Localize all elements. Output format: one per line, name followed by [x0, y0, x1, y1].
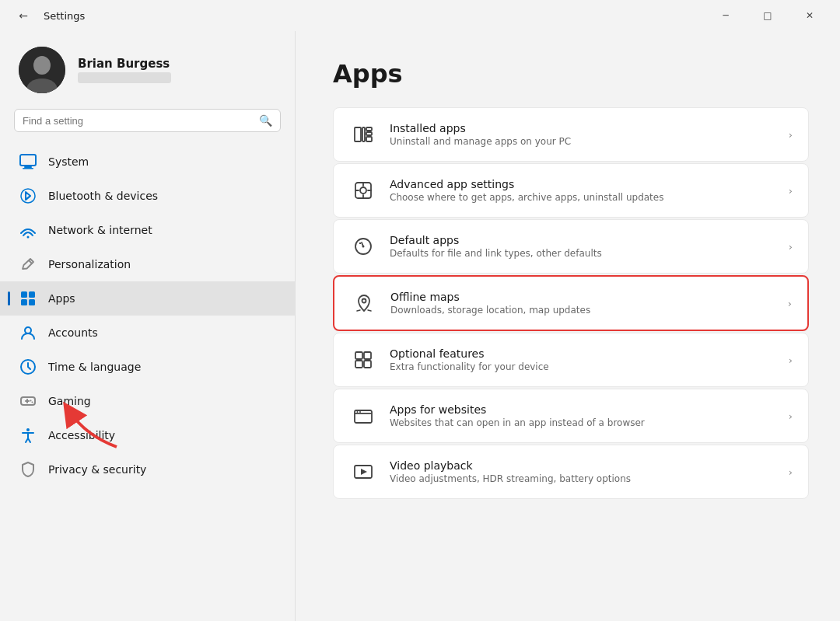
sidebar-item-label-network: Network & internet — [48, 224, 152, 236]
sidebar-item-privacy[interactable]: Privacy & security — [0, 452, 295, 487]
sidebar-item-label-accessibility: Accessibility — [48, 429, 115, 441]
maximize-button[interactable]: □ — [750, 3, 786, 28]
search-input[interactable] — [23, 115, 253, 127]
sidebar-item-label-accounts: Accounts — [48, 326, 98, 339]
chevron-right-icon-video-playback: › — [789, 466, 793, 478]
optional-features-icon — [349, 346, 377, 374]
sidebar-item-accessibility[interactable]: Accessibility — [0, 418, 295, 452]
settings-item-offline-maps[interactable]: Offline mapsDownloads, storage location,… — [333, 275, 809, 331]
sidebar-item-label-gaming: Gaming — [48, 395, 91, 407]
svg-rect-20 — [366, 127, 372, 131]
svg-rect-3 — [20, 155, 36, 166]
svg-point-12 — [25, 327, 31, 333]
svg-point-26 — [362, 246, 365, 248]
svg-rect-22 — [366, 137, 372, 141]
sidebar-item-network[interactable]: Network & internet — [0, 213, 295, 247]
profile-name: Brian Burgess — [78, 57, 171, 71]
network-nav-icon — [19, 221, 37, 239]
app-body: Brian Burgess 🔍 SystemBluetooth & device… — [0, 31, 840, 621]
sidebar-item-system[interactable]: System — [0, 145, 295, 179]
personalization-nav-icon — [19, 255, 37, 274]
svg-point-27 — [362, 299, 366, 303]
profile-info: Brian Burgess — [78, 57, 171, 83]
sidebar-item-label-apps: Apps — [48, 292, 75, 305]
settings-item-title-offline-maps: Offline maps — [390, 291, 779, 303]
settings-item-title-optional-features: Optional features — [390, 347, 779, 360]
svg-rect-8 — [21, 291, 27, 298]
svg-point-33 — [357, 411, 359, 413]
svg-rect-30 — [355, 361, 362, 368]
sidebar-item-personalization[interactable]: Personalization — [0, 247, 295, 281]
svg-point-34 — [359, 411, 361, 413]
sidebar-item-label-bluetooth: Bluetooth & devices — [48, 190, 158, 202]
svg-rect-9 — [29, 291, 35, 298]
svg-rect-5 — [23, 168, 33, 169]
accounts-nav-icon — [19, 323, 37, 342]
svg-rect-31 — [364, 361, 371, 368]
installed-apps-icon — [349, 120, 377, 148]
search-icon: 🔍 — [259, 114, 272, 127]
search-box[interactable]: 🔍 — [14, 109, 281, 132]
settings-item-title-video-playback: Video playback — [390, 459, 779, 472]
settings-item-text-offline-maps: Offline mapsDownloads, storage location,… — [390, 291, 779, 316]
video-playback-icon — [349, 458, 377, 486]
settings-item-title-default-apps: Default apps — [390, 234, 779, 246]
settings-item-advanced-app-settings[interactable]: Advanced app settingsChoose where to get… — [333, 163, 809, 218]
minimize-button[interactable]: ─ — [708, 3, 744, 28]
window-controls: ─ □ ✕ — [708, 3, 828, 28]
settings-item-desc-optional-features: Extra functionality for your device — [390, 361, 779, 372]
sidebar: Brian Burgess 🔍 SystemBluetooth & device… — [0, 31, 296, 621]
chevron-right-icon-apps-for-websites: › — [789, 410, 793, 422]
avatar — [19, 47, 65, 93]
svg-rect-11 — [29, 299, 35, 305]
advanced-settings-icon — [349, 176, 377, 204]
settings-item-apps-for-websites[interactable]: Apps for websitesWebsites that can open … — [333, 389, 809, 443]
settings-item-optional-features[interactable]: Optional featuresExtra functionality for… — [333, 333, 809, 387]
chevron-right-icon-advanced-app-settings: › — [789, 185, 793, 197]
settings-item-text-apps-for-websites: Apps for websitesWebsites that can open … — [390, 403, 779, 428]
time-nav-icon — [19, 358, 37, 376]
page-title: Apps — [333, 59, 809, 89]
sidebar-item-label-system: System — [48, 155, 89, 168]
accessibility-nav-icon — [19, 426, 37, 445]
back-button[interactable]: ← — [12, 5, 34, 26]
system-nav-icon — [19, 152, 37, 171]
gaming-nav-icon — [19, 392, 37, 410]
bluetooth-nav-icon — [19, 187, 37, 205]
settings-item-text-optional-features: Optional featuresExtra functionality for… — [390, 347, 779, 372]
settings-item-title-installed-apps: Installed apps — [390, 122, 779, 134]
chevron-right-icon-offline-maps: › — [788, 298, 792, 309]
svg-rect-28 — [355, 352, 362, 359]
sidebar-item-time[interactable]: Time & language — [0, 350, 295, 384]
svg-rect-21 — [366, 132, 372, 135]
settings-item-installed-apps[interactable]: Installed appsUninstall and manage apps … — [333, 107, 809, 162]
sidebar-item-apps[interactable]: Apps — [0, 281, 295, 316]
main-content: Apps Installed appsUninstall and manage … — [296, 31, 840, 621]
sidebar-item-label-personalization: Personalization — [48, 258, 131, 270]
sidebar-item-bluetooth[interactable]: Bluetooth & devices — [0, 179, 295, 213]
settings-item-text-installed-apps: Installed appsUninstall and manage apps … — [390, 122, 779, 147]
settings-item-desc-installed-apps: Uninstall and manage apps on your PC — [390, 136, 779, 147]
svg-rect-4 — [24, 166, 32, 168]
sidebar-item-gaming[interactable]: Gaming — [0, 384, 295, 418]
settings-item-video-playback[interactable]: Video playbackVideo adjustments, HDR str… — [333, 445, 809, 499]
settings-list: Installed appsUninstall and manage apps … — [333, 107, 809, 499]
profile-email — [78, 72, 171, 83]
svg-point-7 — [27, 236, 30, 239]
settings-item-desc-video-playback: Video adjustments, HDR streaming, batter… — [390, 473, 779, 484]
sidebar-item-accounts[interactable]: Accounts — [0, 316, 295, 350]
close-button[interactable]: ✕ — [792, 3, 828, 28]
apps-websites-icon — [349, 402, 377, 430]
settings-item-default-apps[interactable]: Default appsDefaults for file and link t… — [333, 219, 809, 274]
settings-item-desc-offline-maps: Downloads, storage location, map updates — [390, 305, 779, 316]
nav-list: SystemBluetooth & devicesNetwork & inter… — [0, 145, 295, 621]
settings-item-text-advanced-app-settings: Advanced app settingsChoose where to get… — [390, 178, 779, 203]
settings-item-desc-apps-for-websites: Websites that can open in an app instead… — [390, 417, 779, 428]
svg-point-1 — [33, 56, 51, 75]
sidebar-item-label-privacy: Privacy & security — [48, 463, 146, 476]
settings-item-desc-default-apps: Defaults for file and link types, other … — [390, 248, 779, 259]
profile-section: Brian Burgess — [0, 31, 295, 109]
sidebar-item-label-time: Time & language — [48, 361, 141, 373]
chevron-right-icon-default-apps: › — [789, 241, 793, 253]
privacy-nav-icon — [19, 460, 37, 479]
